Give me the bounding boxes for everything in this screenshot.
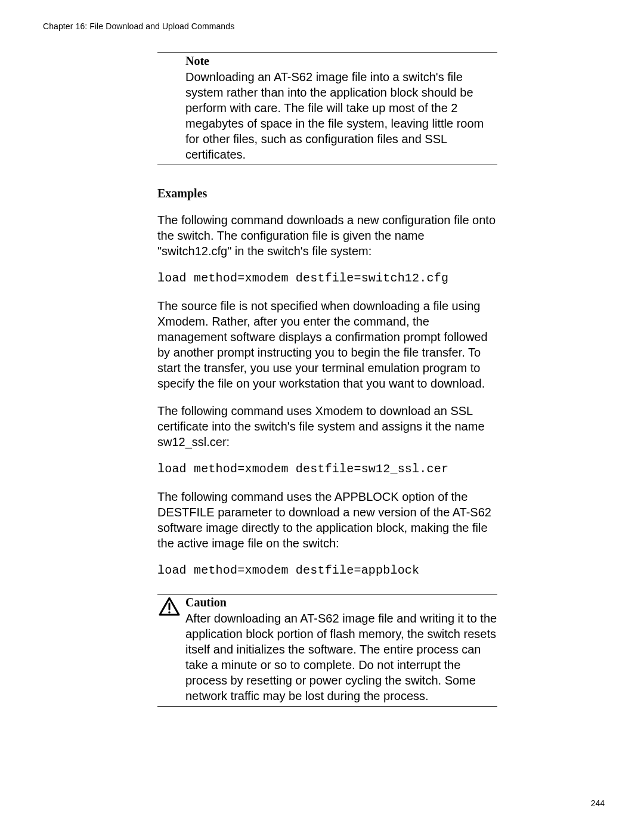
examples-p1: The following command downloads a new co… [157, 212, 497, 259]
examples-code1: load method=xmodem destfile=switch12.cfg [157, 271, 497, 286]
note-body: Downloading an AT-S62 image file into a … [185, 69, 497, 165]
examples-code3: load method=xmodem destfile=appblock [157, 563, 497, 578]
caution-title: Caution [185, 596, 497, 609]
page-number: 244 [591, 798, 605, 808]
examples-p4: The following command uses the APPBLOCK … [157, 489, 497, 551]
examples-p2: The source file is not specified when do… [157, 298, 497, 391]
caution-body: After downloading an AT-S62 image file a… [185, 611, 497, 706]
page-header: Chapter 16: File Download and Upload Com… [43, 21, 234, 31]
examples-p3: The following command uses Xmodem to dow… [157, 403, 497, 450]
examples-heading: Examples [157, 187, 497, 200]
note-block: Note Downloading an AT-S62 image file in… [157, 52, 497, 165]
chapter-line: Chapter 16: File Download and Upload Com… [43, 21, 234, 31]
warning-icon [159, 597, 180, 616]
page-content: Note Downloading an AT-S62 image file in… [157, 52, 497, 707]
note-title: Note [185, 54, 497, 68]
caution-block: Caution After downloading an AT-S62 imag… [157, 594, 497, 707]
svg-point-2 [168, 611, 171, 614]
examples-code2: load method=xmodem destfile=sw12_ssl.cer [157, 462, 497, 477]
